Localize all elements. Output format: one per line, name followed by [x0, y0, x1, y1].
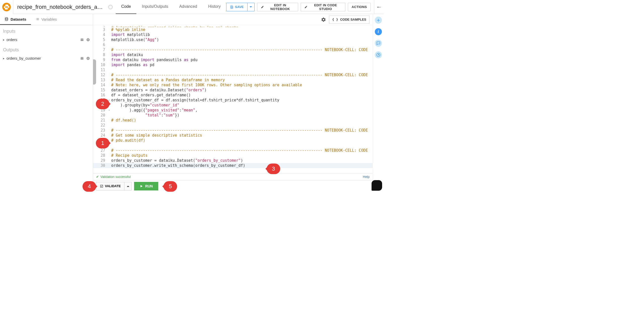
- recipe-title: recipe_from_notebook_orders_ana…: [13, 4, 107, 10]
- code-line[interactable]: 5matplotlib.use("Agg"): [93, 37, 373, 42]
- code-line[interactable]: 22: [93, 123, 373, 128]
- fold-gutter: [107, 163, 111, 168]
- code-line[interactable]: 3# %pylab inline: [93, 27, 373, 32]
- code-line[interactable]: 30orders_by_customer.write_with_schema(o…: [93, 163, 373, 168]
- fold-gutter: [107, 72, 111, 77]
- code-line[interactable]: 29orders_by_customer = dataiku.Dataset("…: [93, 158, 373, 163]
- line-number: 21: [93, 118, 107, 123]
- annotation-callout-1: 1: [96, 138, 109, 148]
- code-line[interactable]: 25# pdu.audit(df): [93, 138, 373, 143]
- code-content: matplotlib.use("Agg"): [111, 37, 373, 42]
- sidebar-drag-handle[interactable]: [93, 59, 96, 85]
- code-line[interactable]: 15dataset_orders = dataiku.Dataset("orde…: [93, 88, 373, 93]
- tab-code[interactable]: Code: [116, 0, 136, 14]
- annotation-callout-3: 3: [267, 164, 280, 174]
- rail-history-button[interactable]: [375, 51, 382, 58]
- gear-icon[interactable]: [86, 38, 90, 42]
- code-line[interactable]: 13# Read the dataset as a Pandas datafra…: [93, 77, 373, 83]
- code-line[interactable]: 6: [93, 42, 373, 47]
- fold-gutter: [107, 32, 111, 37]
- code-line[interactable]: 20 "total":"sum"}): [93, 113, 373, 118]
- code-editor[interactable]: 2# Automatically replaced inline charts …: [93, 25, 373, 173]
- code-line[interactable]: 8import dataiku: [93, 52, 373, 57]
- caret-right-icon: ▸: [3, 38, 5, 42]
- sidebar: Datasets Variables Inputs ▸ orders Outpu…: [0, 14, 93, 192]
- fold-gutter: [107, 133, 111, 138]
- line-number: 2: [93, 25, 107, 27]
- tab-history[interactable]: History: [203, 0, 226, 14]
- line-number: 28: [93, 153, 107, 158]
- fold-gutter[interactable]: ▾: [107, 108, 111, 113]
- topbar-right: SAVE EDIT IN NOTEBOOK EDIT IN CODE STUDI…: [226, 3, 374, 11]
- line-number: 5: [93, 37, 107, 42]
- validate-button[interactable]: VALIDATE: [96, 182, 125, 190]
- fold-gutter: [107, 77, 111, 83]
- code-content: [111, 143, 373, 148]
- code-line[interactable]: 24# Get some simple descriptive statisti…: [93, 133, 373, 138]
- code-line[interactable]: 14# Note: here, we only read the first 1…: [93, 83, 373, 88]
- back-arrow[interactable]: ←: [374, 0, 384, 14]
- table-icon[interactable]: [80, 38, 84, 42]
- line-number: 24: [93, 133, 107, 138]
- chat-bubble-icon[interactable]: [372, 180, 382, 191]
- code-content: # --------------------------------------…: [111, 128, 373, 133]
- edit-in-notebook-button[interactable]: EDIT IN NOTEBOOK: [257, 3, 298, 11]
- save-dropdown[interactable]: [248, 3, 255, 11]
- code-line[interactable]: 21# df.head(): [93, 118, 373, 123]
- fold-gutter: [107, 67, 111, 72]
- code-line[interactable]: 7# -------------------------------------…: [93, 47, 373, 52]
- tab-advanced[interactable]: Advanced: [174, 0, 203, 14]
- code-line[interactable]: 11: [93, 67, 373, 72]
- annotation-callout-5: 5: [164, 181, 177, 192]
- save-button[interactable]: SAVE: [226, 3, 247, 11]
- code-line[interactable]: 9from dataiku import pandasutils as pdu: [93, 57, 373, 62]
- fold-gutter: [107, 57, 111, 62]
- code-content: orders_by_customer = dataiku.Dataset("or…: [111, 158, 373, 163]
- code-content: # pdu.audit(df): [111, 138, 373, 143]
- editor-settings-gear[interactable]: [321, 17, 326, 22]
- code-line[interactable]: 18 ).groupby(by="customer_id": [93, 103, 373, 108]
- sidebar-tab-datasets[interactable]: Datasets: [0, 14, 31, 25]
- run-button[interactable]: RUN: [134, 182, 158, 190]
- validate-dropdown[interactable]: [125, 182, 132, 190]
- output-item-orders-by-customer[interactable]: ▸ orders_by_customer: [0, 54, 93, 62]
- rail-add-button[interactable]: ＋: [375, 17, 382, 24]
- python-recipe-icon[interactable]: [0, 0, 13, 14]
- code-line[interactable]: 12# ------------------------------------…: [93, 72, 373, 77]
- code-line[interactable]: 10import pandas as pd: [93, 62, 373, 67]
- input-item-orders[interactable]: ▸ orders: [0, 35, 93, 44]
- rail-discuss-button[interactable]: [375, 40, 382, 47]
- gear-icon[interactable]: [86, 57, 90, 60]
- rail-info-button[interactable]: i: [375, 28, 382, 35]
- line-number: 15: [93, 88, 107, 93]
- actions-button[interactable]: ACTIONS: [348, 3, 371, 11]
- line-number: 30: [93, 163, 107, 168]
- fold-gutter: [107, 158, 111, 163]
- line-number: 3: [93, 27, 107, 32]
- svg-point-0: [2, 3, 11, 11]
- edit-in-code-studio-button[interactable]: EDIT IN CODE STUDIO: [301, 3, 345, 11]
- code-content: from dataiku import pandasutils as pdu: [111, 57, 373, 62]
- code-line[interactable]: 19▾ ).agg({"pages_visited":"mean",: [93, 108, 373, 113]
- code-line[interactable]: 4import matplotlib: [93, 32, 373, 37]
- code-line[interactable]: 23# ------------------------------------…: [93, 128, 373, 133]
- tab-inputs-outputs[interactable]: Inputs/Outputs: [136, 0, 174, 14]
- fold-gutter: [107, 88, 111, 93]
- code-line[interactable]: 16df = dataset_orders.get_dataframe(): [93, 93, 373, 98]
- table-icon[interactable]: [80, 57, 84, 60]
- code-line[interactable]: 28# Recipe outputs: [93, 153, 373, 158]
- sidebar-tab-variables[interactable]: Variables: [31, 14, 61, 25]
- code-line[interactable]: 17▾orders_by_customer_df = df.assign(tot…: [93, 98, 373, 103]
- code-content: [111, 67, 373, 72]
- fold-gutter: [107, 25, 111, 27]
- fold-gutter: [107, 148, 111, 153]
- code-samples-button[interactable]: { } CODE SAMPLES: [329, 16, 370, 24]
- help-link[interactable]: Help: [363, 175, 370, 179]
- code-line[interactable]: 27# ------------------------------------…: [93, 148, 373, 153]
- code-line[interactable]: 2# Automatically replaced inline charts …: [93, 25, 373, 27]
- code-content: import pandas as pd: [111, 62, 373, 67]
- fold-gutter: [107, 42, 111, 47]
- code-content: # %pylab inline: [111, 27, 373, 32]
- gear-icon: [321, 17, 326, 22]
- code-line[interactable]: 26: [93, 143, 373, 148]
